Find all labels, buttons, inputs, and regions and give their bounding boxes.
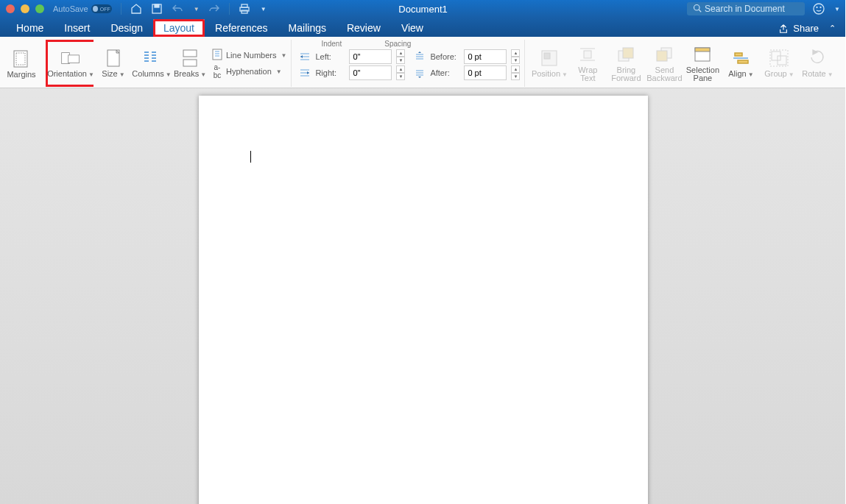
align-button[interactable]: Align▼ [724,41,758,85]
size-button[interactable]: Size▼ [96,41,130,85]
margins-button[interactable]: Margins [4,41,38,85]
svg-rect-30 [584,51,591,58]
maximize-window-button[interactable] [35,4,44,13]
paragraph-group: Indent Spacing Left: ▲▼ Before: ▲▼ Right… [295,40,525,87]
align-icon [730,48,752,68]
qat-customize-icon[interactable]: ▼ [261,6,267,13]
svg-rect-38 [695,48,710,52]
svg-rect-17 [144,60,149,62]
rotate-button: Rotate▼ [800,41,834,85]
svg-rect-10 [16,53,25,65]
tab-home[interactable]: Home [6,19,54,37]
group-icon [768,48,790,68]
quick-access-toolbar: ▼ ▼ [121,3,267,15]
svg-rect-1 [155,4,159,7]
send-backward-button: Send Backward [647,41,681,85]
spacing-header: Spacing [384,40,411,48]
send-backward-icon [653,44,675,65]
tab-mailings[interactable]: Mailings [278,19,336,37]
undo-dropdown-icon[interactable]: ▼ [194,6,200,13]
indent-right-spinner[interactable]: ▲▼ [396,65,405,80]
tab-review[interactable]: Review [336,19,391,37]
tab-insert[interactable]: Insert [54,19,100,37]
spacing-after-spinner[interactable]: ▲▼ [511,65,520,80]
orientation-button[interactable]: Orientation▼ [49,41,92,85]
svg-rect-14 [144,52,149,53]
save-icon[interactable] [151,3,163,15]
position-button: Position▼ [532,41,566,85]
autosave-label: AutoSave [53,4,88,13]
spacing-before-label: Before: [430,52,459,61]
close-window-button[interactable] [6,4,15,13]
group-label: Group [764,69,787,78]
spacing-after-input[interactable] [464,65,507,80]
send-backward-label: Send Backward [646,66,682,82]
indent-right-input[interactable] [349,65,392,80]
align-label: Align [728,69,746,78]
svg-point-6 [814,4,824,14]
margins-icon [10,49,32,69]
tab-design[interactable]: Design [100,19,153,37]
svg-point-8 [820,7,821,8]
svg-rect-22 [183,50,197,57]
orientation-icon [60,48,82,68]
document-canvas[interactable] [0,88,846,504]
position-label: Position [532,69,560,78]
svg-rect-19 [152,54,156,56]
wrap-text-button: Wrap Text [571,41,604,85]
selection-pane-button[interactable]: Selection Pane [685,41,719,85]
svg-rect-4 [242,10,247,13]
indent-left-spinner[interactable]: ▲▼ [396,49,405,64]
svg-point-7 [817,7,817,8]
text-cursor [250,151,251,163]
svg-rect-24 [213,49,222,60]
indent-left-label: Left: [315,52,345,61]
spacing-before-spinner[interactable]: ▲▼ [511,49,520,64]
autosave-control[interactable]: AutoSave OFF [53,4,112,13]
spacing-before-icon [414,51,426,63]
wrap-text-label: Wrap Text [578,66,597,82]
undo-icon[interactable] [172,3,183,15]
indent-right-label: Right: [315,68,345,77]
search-icon [693,4,702,15]
indent-right-icon [299,67,311,79]
chevron-down-icon: ▼ [276,68,282,75]
document-page[interactable] [199,96,648,504]
bring-forward-icon [615,44,637,65]
indent-left-icon [299,51,311,63]
share-button[interactable]: Share ⌃ [774,20,840,37]
print-icon[interactable] [239,3,250,15]
hyphenation-icon: a-bc [211,63,223,79]
hyphenation-button[interactable]: a-bc Hyphenation▼ [211,64,286,79]
feedback-icon[interactable] [812,2,825,15]
tab-view[interactable]: View [391,19,434,37]
home-icon[interactable] [130,3,142,15]
line-numbers-button[interactable]: Line Numbers▼ [211,48,286,63]
tab-layout[interactable]: Layout [153,19,205,37]
collapse-ribbon-icon[interactable]: ⌃ [829,24,836,33]
document-title: Document1 [398,4,447,15]
tab-references[interactable]: References [205,19,278,37]
account-dropdown-icon[interactable]: ▼ [834,6,840,13]
breaks-button[interactable]: Breaks▼ [173,41,207,85]
columns-button[interactable]: Columns▼ [135,41,169,85]
titlebar: AutoSave OFF ▼ ▼ Document1 ▼ [0,0,846,18]
chevron-down-icon: ▼ [281,52,286,59]
svg-rect-16 [144,57,149,59]
position-icon [538,48,560,68]
svg-rect-36 [657,51,667,61]
size-label: Size [102,69,117,78]
chevron-down-icon: ▼ [200,71,206,78]
bring-forward-label: Bring Forward [611,66,641,82]
spacing-before-input[interactable] [464,49,507,64]
indent-left-input[interactable] [349,49,392,64]
rotate-icon [806,48,828,68]
search-input[interactable] [705,4,799,14]
autosave-toggle[interactable]: OFF [91,4,112,13]
minimize-window-button[interactable] [21,4,29,13]
window-controls [6,4,44,13]
chevron-down-icon: ▼ [88,71,94,78]
redo-icon[interactable] [208,3,220,15]
breaks-icon [179,48,201,68]
search-box[interactable] [687,2,805,15]
